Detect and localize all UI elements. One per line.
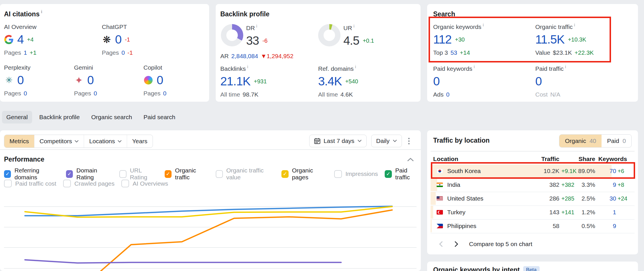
info-icon <box>256 23 257 28</box>
location-keywords[interactable]: 70 <box>610 164 616 178</box>
search-card: Search Organic keywords 112+30 Top 353+1… <box>427 4 638 102</box>
sub-value: Top 3 <box>433 49 448 56</box>
backlink-profile-title: Backlink profile <box>220 10 269 18</box>
location-name: India <box>447 178 460 192</box>
collapse-section-icon[interactable] <box>407 157 414 162</box>
checkbox-url-rating[interactable]: URL Rating <box>119 167 158 181</box>
performance-line-chart[interactable] <box>0 200 421 271</box>
checkbox-box <box>63 180 71 187</box>
location-keywords[interactable]: 9 <box>613 178 616 192</box>
checkbox-label: Organic pages <box>292 167 328 181</box>
date-range-button[interactable]: Last 7 days <box>309 135 367 147</box>
toggle-paid-button[interactable]: Paid 0 <box>602 135 631 147</box>
location-row-india[interactable]: India 382 +382 3.3% 9 +8 <box>431 178 635 192</box>
checkbox-organic-traffic[interactable]: ✓ Organic traffic <box>165 167 209 181</box>
ref-domains-alltime: 4.6K <box>341 91 353 98</box>
kebab-menu-icon[interactable] <box>406 136 411 146</box>
info-icon <box>574 22 575 27</box>
ai-citation-value[interactable]: 0 <box>87 73 94 87</box>
ai-citation-label: Copilot <box>143 64 166 71</box>
tab-organic-search[interactable]: Organic search <box>87 111 136 123</box>
checkbox-crawled-pages[interactable]: Crawled pages <box>63 180 114 187</box>
granularity-button[interactable]: Daily <box>371 135 402 147</box>
performance-card: MetricsCompetitorsLocationsYears Last 7 … <box>0 130 421 271</box>
ai-citation-label: Perplexity <box>4 64 30 71</box>
location-share: 3.3% <box>581 178 595 192</box>
info-icon <box>565 64 566 69</box>
checkbox-label: Crawled pages <box>74 180 114 187</box>
checkbox-impressions[interactable]: Impressions <box>334 170 378 178</box>
filter-metrics-button[interactable]: Metrics <box>4 135 34 148</box>
ai-citation-chatgpt: ChatGPT ❋0-1 Pages0-1 <box>102 23 133 56</box>
location-keywords[interactable]: 9 <box>613 219 616 233</box>
search-block-value[interactable]: 112 <box>433 33 452 46</box>
ai-citation-delta: +4 <box>27 36 34 43</box>
location-traffic-delta: +9.1K <box>561 164 577 178</box>
ar-value[interactable]: 2,848,084 <box>231 53 258 60</box>
checkbox-ai-overviews[interactable]: AI Overviews <box>121 180 168 187</box>
filter-years-button[interactable]: Years <box>127 135 153 148</box>
ai-citation-value[interactable]: 0 <box>157 73 163 87</box>
sub-value: 0 <box>446 91 450 98</box>
location-row-united-states[interactable]: United States 286 +285 2.5% 30 +24 <box>431 192 635 206</box>
prev-page-icon[interactable] <box>437 240 445 248</box>
ur-label: UR <box>343 25 374 32</box>
checkbox-box <box>119 170 127 178</box>
perplexity-icon: ✳ <box>4 75 14 85</box>
search-block-value[interactable]: 11.5K <box>535 33 565 46</box>
tab-backlink-profile[interactable]: Backlink profile <box>35 111 84 123</box>
ur-donut-chart <box>318 24 341 46</box>
location-row-philippines[interactable]: Philippines 58 0.5% 9 <box>431 219 635 233</box>
checkbox-paid-traffic[interactable]: ✓ Paid traffic <box>385 167 421 181</box>
sub-value: N/A <box>550 91 560 98</box>
search-block-value[interactable]: 0 <box>535 74 542 88</box>
search-block-value[interactable]: 0 <box>433 74 439 88</box>
checkbox-box <box>216 170 223 178</box>
checkbox-box <box>121 180 129 187</box>
checkbox-box: ✓ <box>165 170 172 178</box>
checkbox-organic-pages[interactable]: ✓ Organic pages <box>281 167 327 181</box>
share-bar <box>431 206 433 219</box>
toggle-organic-button[interactable]: Organic 40 <box>559 135 602 147</box>
sub-value: Pages <box>102 49 119 56</box>
backlinks-alltime: 98.7K <box>243 91 258 98</box>
ai-citation-value[interactable]: 0 <box>115 33 121 46</box>
checkbox-referring-domains[interactable]: ✓ Referring domains <box>4 167 59 181</box>
ref-domains-value[interactable]: 3.4K <box>318 74 342 88</box>
column-header-share: Share <box>579 156 595 162</box>
filter-locations-button[interactable]: Locations <box>84 135 127 148</box>
next-page-icon[interactable] <box>452 240 460 248</box>
share-bar <box>431 219 432 232</box>
sub-value: 0 <box>94 90 97 97</box>
ai-citation-value[interactable]: 4 <box>17 33 24 46</box>
ai-citations-title: AI citations <box>4 10 42 18</box>
checkbox-organic-traffic-value[interactable]: Organic traffic value <box>216 167 275 181</box>
ai-citation-value[interactable]: 0 <box>17 73 24 87</box>
sub-value: Value <box>535 49 550 56</box>
checkbox-paid-traffic-cost[interactable]: Paid traffic cost <box>4 180 56 187</box>
search-block-organic-traffic: Organic traffic 11.5K+10.3K Value$23.1K+… <box>535 23 594 56</box>
location-row-south-korea[interactable]: South Korea 10.2K +9.1K 89.0% 70 +6 <box>431 164 635 178</box>
filter-competitors-button[interactable]: Competitors <box>34 135 84 148</box>
checkbox-label: Paid traffic <box>395 167 421 181</box>
checkbox-domain-rating[interactable]: ✓ Domain Rating <box>66 167 112 181</box>
ai-citation-pages: Pages0 <box>4 90 30 97</box>
sub-value: 0 <box>24 90 27 97</box>
info-icon <box>483 22 484 27</box>
ai-citation-copilot: Copilot 0 Pages0 <box>143 64 166 97</box>
location-row-turkey[interactable]: Turkey 143 +141 1.2% 1 <box>431 205 635 220</box>
search-block-label: Paid traffic <box>535 65 566 72</box>
location-share: 2.5% <box>581 192 595 205</box>
tab-general[interactable]: General <box>2 111 32 123</box>
ai-citation-ai-overview: AI Overview 4+4 Pages1+1 <box>4 23 36 56</box>
tab-paid-search[interactable]: Paid search <box>139 111 180 123</box>
share-bar <box>431 192 436 205</box>
location-keywords[interactable]: 1 <box>613 205 616 219</box>
ar-line: AR 2,848,084 ▼1,294,952 <box>220 53 293 60</box>
location-keywords[interactable]: 30 <box>610 192 616 205</box>
keywords-by-intent-title: Organic keywords by intentBeta <box>433 266 540 271</box>
flag-ph-icon <box>437 224 443 228</box>
sub-value: Cost <box>535 91 548 98</box>
compare-top5-link[interactable]: Compare top 5 on chart <box>469 238 532 250</box>
backlinks-value[interactable]: 21.1K <box>220 74 250 88</box>
